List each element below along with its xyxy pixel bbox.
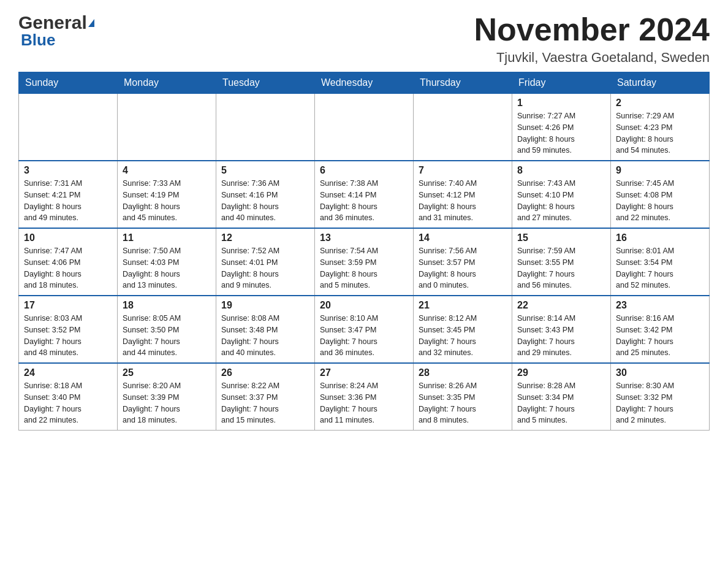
day-info: Sunrise: 8:16 AM Sunset: 3:42 PM Dayligh… — [616, 313, 704, 359]
day-number: 6 — [320, 165, 408, 176]
calendar-week-4: 17Sunrise: 8:03 AM Sunset: 3:52 PM Dayli… — [19, 296, 710, 363]
title-area: November 2024 Tjuvkil, Vaestra Goetaland… — [474, 12, 710, 66]
day-info: Sunrise: 8:20 AM Sunset: 3:39 PM Dayligh… — [123, 380, 211, 426]
calendar-week-1: 1Sunrise: 7:27 AM Sunset: 4:26 PM Daylig… — [19, 94, 710, 161]
weekday-header-tuesday: Tuesday — [216, 72, 315, 94]
calendar-cell: 30Sunrise: 8:30 AM Sunset: 3:32 PM Dayli… — [611, 363, 710, 431]
day-number: 21 — [419, 300, 507, 311]
day-info: Sunrise: 7:52 AM Sunset: 4:01 PM Dayligh… — [221, 245, 309, 291]
day-number: 26 — [221, 367, 309, 378]
calendar-cell: 14Sunrise: 7:56 AM Sunset: 3:57 PM Dayli… — [414, 228, 512, 296]
day-number: 7 — [419, 165, 507, 176]
page-header: General Blue November 2024 Tjuvkil, Vaes… — [18, 12, 710, 66]
calendar-cell: 18Sunrise: 8:05 AM Sunset: 3:50 PM Dayli… — [118, 296, 216, 363]
day-info: Sunrise: 7:33 AM Sunset: 4:19 PM Dayligh… — [123, 178, 211, 224]
day-info: Sunrise: 7:59 AM Sunset: 3:55 PM Dayligh… — [517, 245, 605, 291]
logo-general-text: General — [18, 12, 87, 33]
day-info: Sunrise: 7:43 AM Sunset: 4:10 PM Dayligh… — [517, 178, 605, 224]
weekday-header-friday: Friday — [512, 72, 611, 94]
day-number: 4 — [123, 165, 211, 176]
day-number: 2 — [616, 98, 704, 109]
day-number: 10 — [24, 232, 112, 243]
calendar-cell: 16Sunrise: 8:01 AM Sunset: 3:54 PM Dayli… — [611, 228, 710, 296]
day-info: Sunrise: 7:27 AM Sunset: 4:26 PM Dayligh… — [517, 110, 605, 156]
calendar-header-row: SundayMondayTuesdayWednesdayThursdayFrid… — [19, 72, 710, 94]
calendar-cell: 26Sunrise: 8:22 AM Sunset: 3:37 PM Dayli… — [216, 363, 315, 431]
day-info: Sunrise: 8:28 AM Sunset: 3:34 PM Dayligh… — [517, 380, 605, 426]
day-info: Sunrise: 7:47 AM Sunset: 4:06 PM Dayligh… — [24, 245, 112, 291]
day-info: Sunrise: 8:14 AM Sunset: 3:43 PM Dayligh… — [517, 313, 605, 359]
day-number: 8 — [517, 165, 605, 176]
calendar-cell — [216, 94, 315, 161]
day-info: Sunrise: 8:01 AM Sunset: 3:54 PM Dayligh… — [616, 245, 704, 291]
day-number: 19 — [221, 300, 309, 311]
weekday-header-wednesday: Wednesday — [315, 72, 414, 94]
day-number: 3 — [24, 165, 112, 176]
calendar-cell: 11Sunrise: 7:50 AM Sunset: 4:03 PM Dayli… — [118, 228, 216, 296]
day-number: 25 — [123, 367, 211, 378]
day-info: Sunrise: 8:30 AM Sunset: 3:32 PM Dayligh… — [616, 380, 704, 426]
day-number: 27 — [320, 367, 408, 378]
day-number: 16 — [616, 232, 704, 243]
logo: General Blue — [18, 12, 94, 50]
day-number: 1 — [517, 98, 605, 109]
calendar-cell: 25Sunrise: 8:20 AM Sunset: 3:39 PM Dayli… — [118, 363, 216, 431]
day-info: Sunrise: 7:29 AM Sunset: 4:23 PM Dayligh… — [616, 110, 704, 156]
day-info: Sunrise: 8:24 AM Sunset: 3:36 PM Dayligh… — [320, 380, 408, 426]
calendar-cell: 5Sunrise: 7:36 AM Sunset: 4:16 PM Daylig… — [216, 161, 315, 228]
day-number: 14 — [419, 232, 507, 243]
calendar-cell: 12Sunrise: 7:52 AM Sunset: 4:01 PM Dayli… — [216, 228, 315, 296]
calendar-cell: 17Sunrise: 8:03 AM Sunset: 3:52 PM Dayli… — [19, 296, 118, 363]
day-info: Sunrise: 8:26 AM Sunset: 3:35 PM Dayligh… — [419, 380, 507, 426]
day-info: Sunrise: 8:12 AM Sunset: 3:45 PM Dayligh… — [419, 313, 507, 359]
calendar-cell: 19Sunrise: 8:08 AM Sunset: 3:48 PM Dayli… — [216, 296, 315, 363]
day-info: Sunrise: 8:18 AM Sunset: 3:40 PM Dayligh… — [24, 380, 112, 426]
calendar-cell — [414, 94, 512, 161]
calendar-cell: 4Sunrise: 7:33 AM Sunset: 4:19 PM Daylig… — [118, 161, 216, 228]
calendar-week-2: 3Sunrise: 7:31 AM Sunset: 4:21 PM Daylig… — [19, 161, 710, 228]
calendar-cell: 10Sunrise: 7:47 AM Sunset: 4:06 PM Dayli… — [19, 228, 118, 296]
day-info: Sunrise: 7:31 AM Sunset: 4:21 PM Dayligh… — [24, 178, 112, 224]
day-number: 28 — [419, 367, 507, 378]
day-number: 23 — [616, 300, 704, 311]
day-info: Sunrise: 7:40 AM Sunset: 4:12 PM Dayligh… — [419, 178, 507, 224]
day-info: Sunrise: 8:22 AM Sunset: 3:37 PM Dayligh… — [221, 380, 309, 426]
calendar-cell: 9Sunrise: 7:45 AM Sunset: 4:08 PM Daylig… — [611, 161, 710, 228]
day-info: Sunrise: 7:45 AM Sunset: 4:08 PM Dayligh… — [616, 178, 704, 224]
calendar-cell: 29Sunrise: 8:28 AM Sunset: 3:34 PM Dayli… — [512, 363, 611, 431]
day-info: Sunrise: 8:03 AM Sunset: 3:52 PM Dayligh… — [24, 313, 112, 359]
day-info: Sunrise: 8:08 AM Sunset: 3:48 PM Dayligh… — [221, 313, 309, 359]
day-info: Sunrise: 7:36 AM Sunset: 4:16 PM Dayligh… — [221, 178, 309, 224]
calendar-cell: 1Sunrise: 7:27 AM Sunset: 4:26 PM Daylig… — [512, 94, 611, 161]
month-title: November 2024 — [474, 12, 710, 47]
calendar-cell — [118, 94, 216, 161]
calendar-cell: 23Sunrise: 8:16 AM Sunset: 3:42 PM Dayli… — [611, 296, 710, 363]
day-number: 22 — [517, 300, 605, 311]
day-info: Sunrise: 7:56 AM Sunset: 3:57 PM Dayligh… — [419, 245, 507, 291]
day-number: 12 — [221, 232, 309, 243]
day-number: 29 — [517, 367, 605, 378]
calendar-cell: 2Sunrise: 7:29 AM Sunset: 4:23 PM Daylig… — [611, 94, 710, 161]
day-info: Sunrise: 7:50 AM Sunset: 4:03 PM Dayligh… — [123, 245, 211, 291]
day-info: Sunrise: 8:05 AM Sunset: 3:50 PM Dayligh… — [123, 313, 211, 359]
weekday-header-sunday: Sunday — [19, 72, 118, 94]
day-number: 13 — [320, 232, 408, 243]
calendar-cell — [19, 94, 118, 161]
weekday-header-saturday: Saturday — [611, 72, 710, 94]
day-number: 24 — [24, 367, 112, 378]
weekday-header-monday: Monday — [118, 72, 216, 94]
day-info: Sunrise: 7:38 AM Sunset: 4:14 PM Dayligh… — [320, 178, 408, 224]
calendar-week-3: 10Sunrise: 7:47 AM Sunset: 4:06 PM Dayli… — [19, 228, 710, 296]
calendar-cell: 22Sunrise: 8:14 AM Sunset: 3:43 PM Dayli… — [512, 296, 611, 363]
day-number: 17 — [24, 300, 112, 311]
day-number: 11 — [123, 232, 211, 243]
day-number: 30 — [616, 367, 704, 378]
day-number: 20 — [320, 300, 408, 311]
calendar-cell: 15Sunrise: 7:59 AM Sunset: 3:55 PM Dayli… — [512, 228, 611, 296]
calendar-cell: 28Sunrise: 8:26 AM Sunset: 3:35 PM Dayli… — [414, 363, 512, 431]
day-info: Sunrise: 8:10 AM Sunset: 3:47 PM Dayligh… — [320, 313, 408, 359]
calendar-cell: 20Sunrise: 8:10 AM Sunset: 3:47 PM Dayli… — [315, 296, 414, 363]
day-number: 5 — [221, 165, 309, 176]
day-number: 15 — [517, 232, 605, 243]
location-text: Tjuvkil, Vaestra Goetaland, Sweden — [474, 50, 710, 66]
